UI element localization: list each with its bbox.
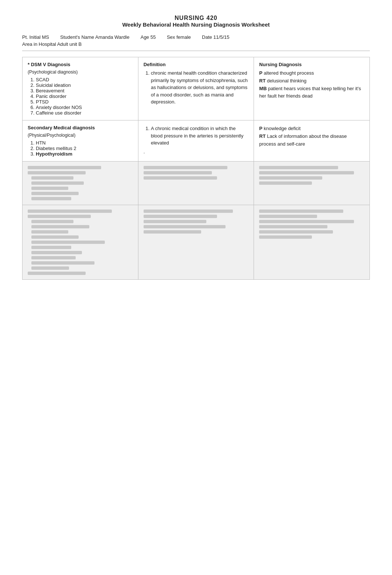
blurred-content [144, 166, 249, 180]
nursing-p-value: knowledge deficit [264, 126, 301, 131]
blurred-cell-3-3 [254, 161, 370, 205]
list-item: A chronic medical condition in which the… [151, 125, 249, 147]
list-item: Anxiety disorder NOS [36, 105, 133, 110]
page-title: NURSING 420 [22, 15, 370, 21]
nursing-rt-value: Lack of information about the disease pr… [259, 133, 347, 147]
nursing-rt-value: delusional thinking [267, 78, 306, 84]
list-item: Suicidal ideation [36, 82, 133, 88]
blurred-cell-3-1 [23, 161, 138, 205]
patient-date: Date 11/5/15 [202, 34, 229, 40]
row2-definition-cell: A chronic medical condition in which the… [138, 120, 254, 161]
student-name: Student's Name Amanda Wardle [60, 34, 130, 40]
list-item: Caffeine use disorder [36, 110, 133, 116]
row1-definition-cell: Definition chronic mental health conditi… [138, 57, 254, 120]
row-blurred-4 [23, 205, 370, 280]
row-blurred-3 [23, 161, 370, 205]
page-subtitle: Weekly Behavioral Health Nursing Diagnos… [22, 21, 370, 28]
nursing-mb-label: MB [259, 86, 267, 91]
blurred-content [144, 210, 249, 234]
row2-dsm-cell: Secondary Medical diagnosis (Physical/Ps… [23, 120, 138, 161]
page-header: NURSING 420 Weekly Behavioral Health Nur… [22, 15, 370, 28]
patient-initial: Pt. Initial MS [22, 34, 49, 40]
row2-nursing-cell: P knowledge deficit RT Lack of informati… [254, 120, 370, 161]
blurred-cell-4-1 [23, 205, 138, 280]
row1-definition-list: chronic mental health condition characte… [144, 69, 249, 106]
row2-dsm-header: Secondary Medical diagnosis [28, 125, 133, 130]
list-item: PTSD [36, 99, 133, 105]
patient-area: Area in Hospital Adult unit B [22, 41, 82, 47]
list-item: Hypothyroidism [36, 151, 133, 157]
blurred-cell-3-2 [138, 161, 254, 205]
patient-age: Age 55 [141, 34, 156, 40]
blurred-cell-4-2 [138, 205, 254, 280]
blurred-content [259, 210, 364, 239]
row-psychological: * DSM V Diagnosis (Psychological diagnos… [23, 57, 370, 120]
list-item: Diabetes mellitus 2 [36, 146, 133, 151]
patient-info: Pt. Initial MS Student's Name Amanda War… [22, 34, 370, 51]
nursing-p-label: P [259, 70, 262, 76]
nursing-mb-value: patient hears voices that keep telling h… [259, 86, 361, 99]
row1-definition-header: Definition [144, 62, 249, 67]
nursing-rt-label: RT [259, 133, 265, 139]
worksheet-table: * DSM V Diagnosis (Psychological diagnos… [22, 57, 370, 280]
row2-definition-list: A chronic medical condition in which the… [144, 125, 249, 147]
blurred-cell-4-3 [254, 205, 370, 280]
row1-nursing-header: Nursing Diagnosis [259, 62, 364, 67]
row2-dsm-subheader: (Physical/Psychological) [28, 133, 133, 138]
row2-dsm-list: HTN Diabetes mellitus 2 Hypothyroidism [28, 140, 133, 157]
row1-dsm-cell: * DSM V Diagnosis (Psychological diagnos… [23, 57, 138, 120]
row1-dsm-header: * DSM V Diagnosis [28, 62, 133, 67]
nursing-rt-label: RT [259, 78, 265, 84]
blurred-content [28, 210, 133, 275]
row-secondary-medical: Secondary Medical diagnosis (Physical/Ps… [23, 120, 370, 161]
patient-sex: Sex female [167, 34, 191, 40]
nursing-p-value: altered thought process [264, 70, 314, 76]
list-item: Panic disorder [36, 93, 133, 99]
row1-nursing-content: P altered thought process RT delusional … [259, 69, 364, 100]
row2-nursing-content: P knowledge deficit RT Lack of informati… [259, 125, 364, 148]
list-item: HTN [36, 140, 133, 146]
row1-nursing-cell: Nursing Diagnosis P altered thought proc… [254, 57, 370, 120]
list-item: chronic mental health condition characte… [151, 69, 249, 106]
list-item: Bereavement [36, 88, 133, 93]
nursing-p-label: P [259, 126, 262, 131]
blurred-content [259, 166, 364, 185]
blurred-content [28, 166, 133, 200]
list-item: SCAD [36, 77, 133, 82]
row1-dsm-list: SCAD Suicidal ideation Bereavement Panic… [28, 77, 133, 116]
row1-dsm-subheader: (Psychological diagnosis) [28, 69, 133, 75]
